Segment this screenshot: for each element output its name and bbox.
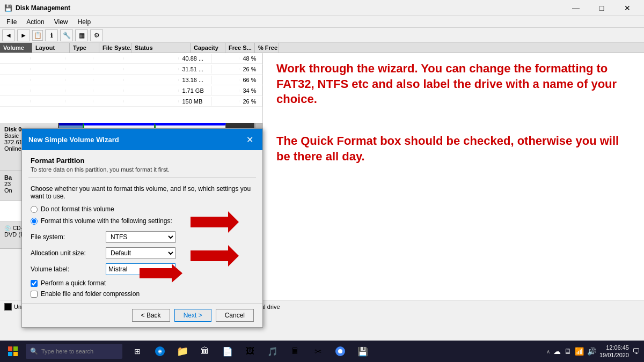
dialog-title-text: New Simple Volume Wizard [28, 136, 119, 144]
svg-rect-6 [13, 352, 18, 356]
col-layout: Layout [32, 43, 70, 53]
alloc-select[interactable]: Default [106, 247, 175, 259]
title-bar-left: 💾 Disk Management [4, 4, 70, 12]
svg-rect-3 [8, 346, 12, 351]
radio-format-input[interactable] [31, 218, 38, 225]
radio-format[interactable]: Format this volume with the following se… [31, 217, 254, 225]
title-bar-controls: — □ ✕ [564, 0, 640, 16]
toolbar-btn2[interactable]: ℹ [45, 29, 58, 41]
taskbar-wifi-icon: 📶 [575, 347, 584, 356]
taskbar-notepad-icon[interactable]: 📄 [217, 341, 238, 362]
start-button[interactable] [0, 341, 26, 362]
col-fs: File Syste... [99, 43, 131, 53]
svg-rect-4 [13, 346, 18, 351]
fs-group: File system: NTFS [31, 231, 254, 243]
dialog-section-title: Format Partition [31, 157, 254, 165]
table-header: Volume Layout Type File Syste... Status … [0, 43, 644, 53]
compression-option[interactable]: Enable file and folder compression [31, 290, 254, 298]
taskbar-clock: 12:06:45 19/01/2020 [599, 344, 629, 359]
col-status: Status [131, 43, 191, 53]
dialog-close-button[interactable]: ✕ [243, 133, 256, 146]
taskbar-time: 12:06:45 [599, 344, 629, 351]
annotation-text-1: Work through the wizard. You can change … [276, 61, 631, 107]
taskbar-photo-icon[interactable]: 🖼 [239, 341, 261, 362]
taskbar-edge-icon[interactable]: e [149, 341, 171, 362]
menu-file[interactable]: File [2, 17, 21, 27]
close-button[interactable]: ✕ [615, 0, 640, 16]
fs-label: File system: [31, 233, 106, 241]
vol-label: Volume label: [31, 265, 106, 273]
radio-no-format[interactable]: Do not format this volume [31, 205, 254, 213]
table-row: 40.88 ... 48 % [0, 53, 262, 64]
table-row: 13.16 ... 66 % [0, 75, 262, 85]
compression-label: Enable file and folder compression [41, 290, 140, 298]
taskbar-notification-icon: 🗨 [632, 347, 640, 356]
taskbar-search[interactable]: 🔍 Type here to search [26, 344, 122, 359]
col-type: Type [70, 43, 99, 53]
vol-label-group: Volume label: [31, 263, 254, 275]
maximize-button[interactable]: □ [589, 0, 614, 16]
taskbar-scissors-icon[interactable]: ✂ [307, 341, 328, 362]
menu-help[interactable]: Help [74, 17, 96, 27]
toolbar: ◄ ► 📋 ℹ 🔧 ▦ ⚙ [0, 28, 644, 43]
col-cap: Capacity [191, 43, 225, 53]
taskbar-winamp-icon[interactable]: 🎵 [262, 341, 283, 362]
col-volume: Volume [0, 43, 32, 53]
taskbar-calc-icon[interactable]: 🖩 [284, 341, 306, 362]
search-icon: 🔍 [30, 348, 38, 355]
quick-format-label: Perform a quick format [41, 279, 106, 287]
taskbar-pc-icon: 🖥 [564, 347, 572, 356]
vol-label-input[interactable] [106, 263, 175, 275]
menu-bar: File Action View Help [0, 16, 644, 28]
table-row: 150 MB 26 % [0, 96, 262, 107]
quick-format-option[interactable]: Perform a quick format [31, 279, 254, 287]
compression-checkbox[interactable] [31, 291, 38, 298]
minimize-button[interactable]: — [564, 0, 588, 16]
legend-color-unallocated [4, 303, 12, 311]
taskbar-folder-icon[interactable]: 📁 [172, 341, 193, 362]
col-pct: % Free [255, 43, 279, 53]
taskbar-backup-icon[interactable]: 💾 [352, 341, 374, 362]
taskbar-caret-icon: ∧ [546, 349, 550, 354]
annotation-text-2: The Quick Format box should be checked, … [276, 134, 631, 164]
app-title: Disk Management [16, 4, 70, 12]
next-button[interactable]: Next > [174, 309, 211, 322]
dialog-title-bar: New Simple Volume Wizard ✕ [22, 129, 262, 150]
dialog-instruction: Choose whether you want to format this v… [31, 185, 254, 200]
toolbar-back[interactable]: ◄ [2, 29, 15, 41]
menu-view[interactable]: View [50, 17, 72, 27]
radio-no-format-input[interactable] [31, 206, 38, 213]
toolbar-btn5[interactable]: ⚙ [90, 29, 103, 41]
taskbar-store-icon[interactable]: 🏛 [194, 341, 216, 362]
taskbar: 🔍 Type here to search ⊞ e 📁 🏛 📄 🖼 🎵 🖩 ✂ … [0, 341, 644, 362]
taskbar-date: 19/01/2020 [599, 351, 629, 359]
taskbar-chrome-icon[interactable] [330, 341, 351, 362]
svg-text:e: e [158, 348, 162, 355]
col-free: Free S... [225, 43, 255, 53]
menu-action[interactable]: Action [22, 17, 48, 27]
back-button[interactable]: < Back [132, 309, 170, 322]
search-placeholder: Type here to search [41, 348, 93, 354]
quick-format-checkbox[interactable] [31, 280, 38, 287]
alloc-label: Allocation unit size: [31, 249, 106, 257]
toolbar-forward[interactable]: ► [17, 29, 30, 41]
svg-rect-5 [8, 352, 12, 356]
taskbar-multitask-icon[interactable]: ⊞ [127, 341, 148, 362]
toolbar-btn3[interactable]: 🔧 [60, 29, 73, 41]
cancel-button[interactable]: Cancel [216, 309, 254, 322]
dialog-section-subtitle: To store data on this partition, you mus… [31, 165, 254, 173]
fs-select[interactable]: NTFS [106, 231, 175, 243]
table-row: 31.51 ... 26 % [0, 64, 262, 75]
table-row: 1.71 GB 34 % [0, 85, 262, 96]
title-bar: 💾 Disk Management — □ ✕ [0, 0, 644, 16]
taskbar-cloud-icon: ☁ [553, 347, 561, 356]
alloc-group: Allocation unit size: Default [31, 247, 254, 259]
format-partition-dialog: New Simple Volume Wizard ✕ Format Partit… [21, 128, 263, 328]
taskbar-apps: ⊞ e 📁 🏛 📄 🖼 🎵 🖩 ✂ 💾 [122, 341, 542, 362]
taskbar-right: ∧ ☁ 🖥 📶 🔊 12:06:45 19/01/2020 🗨 [542, 344, 644, 359]
svg-point-10 [338, 349, 342, 353]
app-icon: 💾 [4, 4, 12, 12]
toolbar-btn4[interactable]: ▦ [75, 29, 88, 41]
toolbar-btn1[interactable]: 📋 [32, 30, 43, 41]
taskbar-volume-icon: 🔊 [587, 347, 596, 356]
